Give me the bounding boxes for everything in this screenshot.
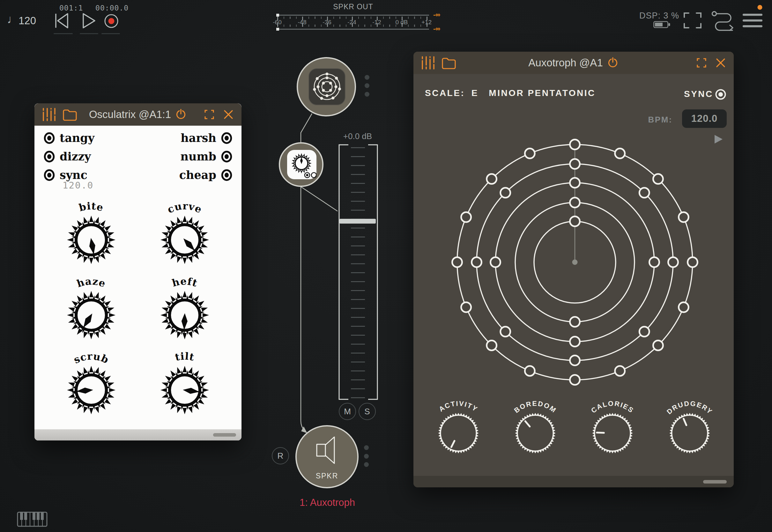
- transport-underline: [54, 33, 73, 34]
- selected-node-label: 1: Auxotroph: [279, 497, 375, 508]
- record-button[interactable]: [104, 14, 119, 28]
- speaker-icon: [316, 435, 342, 465]
- knob-heft[interactable]: heft: [151, 270, 218, 347]
- node-port-dot: [365, 92, 369, 97]
- record-arm-button[interactable]: R: [272, 447, 289, 464]
- clock-time: 00:00.0: [95, 4, 129, 12]
- meter-tick-label: -60: [273, 19, 281, 26]
- osculatrix-window: Osculatrix @A1:1 tangy: [34, 103, 241, 440]
- meter-tick-label: 0 dB: [395, 19, 408, 26]
- osculatrix-footer: [34, 429, 241, 440]
- bar-beat: 001:1: [59, 4, 83, 12]
- fader-scale: [349, 145, 367, 400]
- battery-icon: [653, 20, 672, 29]
- solo-button[interactable]: S: [359, 403, 376, 420]
- meter-tick-label: -36: [323, 19, 331, 26]
- meter-neg-inf-bottom: -∞: [433, 25, 440, 33]
- svg-text:curve: curve: [166, 200, 204, 215]
- app-root: ♩ 120 001:1 00:00.0 SPKR OUT -60-48-36-2…: [0, 0, 772, 532]
- knob-bite[interactable]: bite: [58, 195, 125, 272]
- knob-curve[interactable]: curve: [151, 195, 218, 272]
- svg-text:BOREDOM: BOREDOM: [513, 400, 558, 414]
- transport-underline: [101, 33, 120, 34]
- osculatrix-node-icon: [287, 150, 316, 179]
- knob-haze[interactable]: haze: [58, 270, 125, 347]
- knob-boredom[interactable]: BOREDOM: [500, 396, 570, 459]
- node-port-dot: [364, 445, 369, 450]
- signal-route-icon[interactable]: [711, 11, 736, 31]
- notification-dot: [758, 5, 762, 10]
- svg-text:scrub: scrub: [72, 350, 111, 366]
- node-port-dot: [364, 462, 369, 467]
- play-button[interactable]: [82, 13, 96, 29]
- meter-tick-label: -24: [347, 19, 356, 26]
- auxotroph-node[interactable]: [297, 57, 356, 116]
- meter-neg-inf-top: -∞: [433, 11, 440, 18]
- transport-position[interactable]: 001:1 00:00.0: [59, 4, 129, 12]
- svg-text:tilt: tilt: [174, 350, 196, 363]
- keyboard-icon[interactable]: [17, 512, 49, 528]
- dsp-readout: DSP: 3 %: [639, 11, 679, 21]
- auxotroph-window: Auxotroph @A1 SCALE: E MINOR PENT: [413, 52, 734, 487]
- meter-tick-label: +12: [421, 19, 432, 26]
- knob-drudgery[interactable]: DRUDGERY: [655, 396, 725, 459]
- svg-text:heft: heft: [171, 275, 199, 289]
- auxotroph-node-icon: [308, 68, 345, 105]
- fullscreen-button[interactable]: [683, 12, 702, 29]
- resize-grip[interactable]: [213, 433, 236, 437]
- meter-tick-label: -48: [298, 19, 306, 26]
- knob-activity[interactable]: ACTIVITY: [423, 396, 494, 459]
- knob-tilt[interactable]: tilt: [151, 345, 218, 422]
- tempo-display[interactable]: 120: [19, 15, 36, 27]
- auxotroph-footer: [413, 476, 734, 487]
- node-port-dot: [365, 83, 369, 88]
- mute-button[interactable]: M: [339, 403, 356, 420]
- svg-text:bite: bite: [78, 200, 105, 213]
- svg-text:CALORIES: CALORIES: [590, 400, 635, 415]
- node-port-dot: [364, 454, 369, 459]
- output-meter: SPKR OUT -60-48-36-24-120 dB+12 -∞ -∞: [277, 3, 429, 31]
- svg-text:haze: haze: [75, 275, 107, 290]
- speaker-node-label: SPKR: [297, 472, 357, 480]
- resize-grip[interactable]: [703, 480, 727, 484]
- volume-readout[interactable]: +0.0 dB: [338, 131, 378, 141]
- rewind-button[interactable]: [54, 13, 70, 29]
- fader-handle[interactable]: [339, 219, 376, 224]
- osculatrix-node[interactable]: [279, 142, 323, 187]
- node-port-dot: [365, 75, 369, 80]
- svg-text:ACTIVITY: ACTIVITY: [438, 400, 479, 413]
- transport-underline: [80, 33, 98, 34]
- meter-tick-label: -12: [372, 19, 381, 26]
- speaker-node[interactable]: SPKR: [295, 425, 359, 488]
- menu-icon[interactable]: [740, 4, 765, 29]
- note-icon: ♩: [7, 13, 19, 26]
- knob-calories[interactable]: CALORIES: [577, 396, 648, 459]
- record-icon: [108, 18, 115, 24]
- knob-scrub[interactable]: scrub: [58, 345, 125, 422]
